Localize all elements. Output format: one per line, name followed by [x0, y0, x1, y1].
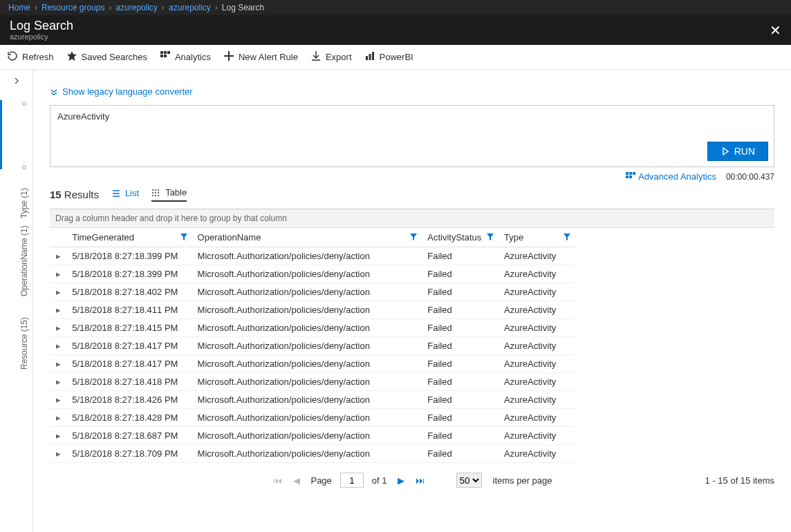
- pager-last[interactable]: ⏭: [415, 475, 426, 486]
- expand-rail-button[interactable]: [12, 77, 21, 87]
- rail-label-type[interactable]: Type (1): [19, 188, 29, 218]
- cell-operation: Microsoft.Authorization/policies/deny/ac…: [192, 301, 422, 319]
- rail-accent: [0, 100, 2, 169]
- breadcrumb-resource-groups[interactable]: Resource groups: [41, 3, 104, 12]
- cell-status: Failed: [422, 283, 499, 301]
- column-status[interactable]: ActivityStatus: [422, 228, 499, 247]
- expand-row-button[interactable]: ▸: [50, 319, 66, 337]
- breadcrumb-azurepolicy-2[interactable]: azurepolicy: [169, 3, 211, 12]
- expand-row-button[interactable]: ▸: [50, 391, 66, 409]
- svg-rect-3: [160, 55, 163, 57]
- table-row[interactable]: ▸5/18/2018 8:27:18.426 PMMicrosoft.Autho…: [50, 391, 575, 409]
- legacy-converter-link[interactable]: Show legacy language converter: [50, 86, 193, 97]
- page-subtitle: azurepolicy: [10, 32, 73, 41]
- close-button[interactable]: ✕: [770, 22, 781, 39]
- export-button[interactable]: Export: [310, 50, 352, 64]
- rail-label-resource[interactable]: Resource (15): [19, 317, 29, 370]
- cell-status: Failed: [422, 391, 499, 409]
- cell-operation: Microsoft.Authorization/policies/deny/ac…: [192, 373, 422, 391]
- table-row[interactable]: ▸5/18/2018 8:27:18.399 PMMicrosoft.Autho…: [50, 265, 575, 283]
- table-row[interactable]: ▸5/18/2018 8:27:18.709 PMMicrosoft.Autho…: [50, 445, 575, 463]
- filter-icon[interactable]: [180, 233, 188, 241]
- expand-row-button[interactable]: ▸: [50, 337, 66, 355]
- saved-searches-button[interactable]: Saved Searches: [66, 50, 147, 64]
- saved-searches-label: Saved Searches: [82, 52, 147, 62]
- pager-prev[interactable]: ◀: [291, 475, 302, 486]
- table-row[interactable]: ▸5/18/2018 8:27:18.415 PMMicrosoft.Autho…: [50, 319, 575, 337]
- cell-type: AzureActivity: [499, 265, 575, 283]
- table-row[interactable]: ▸5/18/2018 8:27:18.417 PMMicrosoft.Autho…: [50, 355, 575, 373]
- breadcrumb-current: Log Search: [222, 3, 264, 12]
- column-time[interactable]: TimeGenerated: [66, 228, 192, 247]
- filter-icon[interactable]: [409, 233, 418, 241]
- rail-label-operation[interactable]: OperationName (1): [19, 225, 29, 296]
- cell-type: AzureActivity: [499, 355, 575, 373]
- expand-row-button[interactable]: ▸: [50, 445, 66, 463]
- column-type[interactable]: Type: [499, 228, 575, 247]
- pager-next[interactable]: ▶: [396, 475, 407, 486]
- pager-page-input[interactable]: [340, 473, 364, 488]
- new-alert-rule-button[interactable]: New Alert Rule: [223, 50, 298, 64]
- list-icon: [111, 189, 121, 198]
- cell-status: Failed: [422, 247, 499, 265]
- run-label: RUN: [734, 146, 755, 157]
- column-operation[interactable]: OperationName: [192, 228, 422, 247]
- expand-row-button[interactable]: ▸: [50, 265, 66, 283]
- svg-point-21: [158, 195, 159, 196]
- cell-time: 5/18/2018 8:27:18.687 PM: [66, 427, 192, 445]
- table-row[interactable]: ▸5/18/2018 8:27:18.428 PMMicrosoft.Autho…: [50, 409, 575, 427]
- cell-operation: Microsoft.Authorization/policies/deny/ac…: [192, 355, 422, 373]
- filter-icon[interactable]: [486, 233, 494, 241]
- breadcrumb-home[interactable]: Home: [8, 3, 30, 12]
- expand-row-button[interactable]: ▸: [50, 283, 66, 301]
- cell-time: 5/18/2018 8:27:18.411 PM: [66, 301, 192, 319]
- export-label: Export: [326, 52, 352, 62]
- expand-row-button[interactable]: ▸: [50, 355, 66, 373]
- run-button[interactable]: RUN: [707, 142, 768, 161]
- expand-row-button[interactable]: ▸: [50, 409, 66, 427]
- expand-row-button[interactable]: ▸: [50, 373, 66, 391]
- table-row[interactable]: ▸5/18/2018 8:27:18.417 PMMicrosoft.Autho…: [50, 337, 575, 355]
- powerbi-button[interactable]: PowerBI: [364, 50, 413, 64]
- svg-rect-9: [629, 172, 632, 175]
- table-row[interactable]: ▸5/18/2018 8:27:18.411 PMMicrosoft.Autho…: [50, 301, 575, 319]
- breadcrumb-azurepolicy-1[interactable]: azurepolicy: [115, 3, 158, 12]
- query-editor[interactable]: AzureActivity RUN: [50, 105, 774, 167]
- svg-rect-4: [164, 55, 167, 57]
- analytics-button[interactable]: Analytics: [160, 50, 211, 64]
- refresh-label: Refresh: [22, 52, 54, 62]
- refresh-icon: [7, 50, 18, 64]
- cell-status: Failed: [422, 355, 499, 373]
- view-table-toggle[interactable]: Table: [151, 187, 187, 202]
- pager-summary: 1 - 15 of 15 items: [705, 475, 774, 486]
- pager-first[interactable]: ⏮: [272, 475, 283, 486]
- analytics-icon: [160, 50, 171, 64]
- table-row[interactable]: ▸5/18/2018 8:27:18.402 PMMicrosoft.Autho…: [50, 283, 575, 301]
- refresh-button[interactable]: Refresh: [7, 50, 54, 64]
- expand-row-button[interactable]: ▸: [50, 247, 66, 265]
- cell-status: Failed: [422, 373, 499, 391]
- powerbi-label: PowerBI: [380, 52, 413, 62]
- cell-status: Failed: [422, 445, 499, 463]
- table-row[interactable]: ▸5/18/2018 8:27:18.418 PMMicrosoft.Autho…: [50, 373, 575, 391]
- results-table-wrap: Drag a column header and drop it here to…: [50, 209, 774, 463]
- filter-icon[interactable]: [563, 233, 571, 241]
- results-table: TimeGenerated OperationName ActivityStat…: [50, 228, 575, 463]
- view-list-toggle[interactable]: List: [111, 188, 139, 201]
- expand-row-button[interactable]: ▸: [50, 301, 66, 319]
- table-row[interactable]: ▸5/18/2018 8:27:18.399 PMMicrosoft.Autho…: [50, 247, 575, 265]
- pager-page-size[interactable]: 50: [456, 473, 482, 488]
- group-hint[interactable]: Drag a column header and drop it here to…: [50, 209, 774, 228]
- cell-time: 5/18/2018 8:27:18.709 PM: [66, 445, 192, 463]
- expand-row-button[interactable]: ▸: [50, 427, 66, 445]
- cell-time: 5/18/2018 8:27:18.415 PM: [66, 319, 192, 337]
- cell-operation: Microsoft.Authorization/policies/deny/ac…: [192, 427, 422, 445]
- cell-type: AzureActivity: [499, 247, 575, 265]
- table-row[interactable]: ▸5/18/2018 8:27:18.687 PMMicrosoft.Autho…: [50, 427, 575, 445]
- cell-operation: Microsoft.Authorization/policies/deny/ac…: [192, 445, 422, 463]
- plus-icon: [223, 50, 234, 64]
- view-list-label: List: [125, 188, 139, 198]
- chevron-down-double-icon: [50, 88, 58, 96]
- svg-rect-0: [160, 51, 163, 54]
- advanced-analytics-link[interactable]: Advanced Analytics: [626, 171, 716, 182]
